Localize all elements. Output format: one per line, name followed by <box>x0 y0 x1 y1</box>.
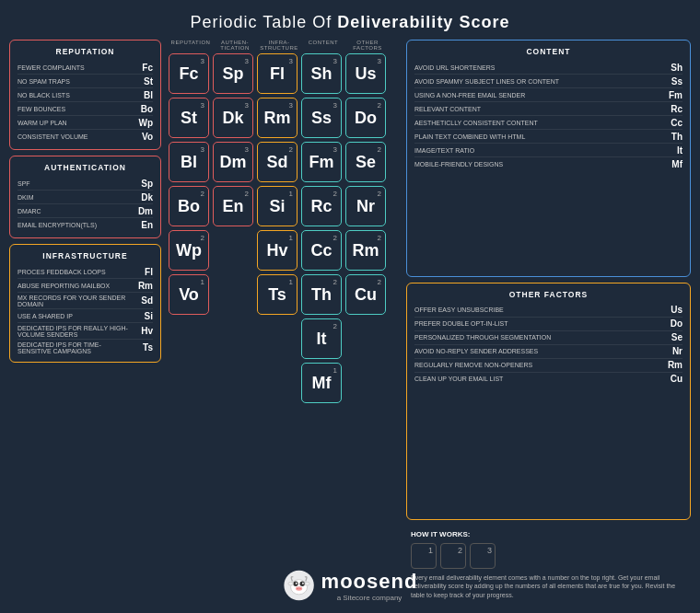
cell-score: 3 <box>245 145 249 154</box>
infrastructure-box: INFRASTRUCTURE PROCES FEDDBACK LOOPSFlAB… <box>9 244 161 363</box>
periodic-cell[interactable]: 1 Hv <box>257 230 298 271</box>
row-abbr: Rm <box>133 281 153 291</box>
grid-row: 2 Bo 2 En 1 Si 2 Rc 2 Nr <box>169 186 399 226</box>
cell-symbol: Nr <box>356 198 375 214</box>
cell-symbol: Fm <box>309 154 334 170</box>
periodic-cell[interactable]: 3 Fc <box>169 53 209 94</box>
col-header-infrastructure: INFRA-STRUCTURE <box>259 40 299 51</box>
periodic-cell[interactable]: 2 Rc <box>301 186 342 226</box>
cell-score: 1 <box>333 366 337 375</box>
periodic-cell[interactable]: 2 Cu <box>345 274 386 315</box>
info-row: OFFER EASY UNSUBSCRIBEUs <box>414 304 682 318</box>
info-row: AVOID URL SHORTENERSSh <box>414 61 682 75</box>
score-boxes: 123 <box>411 543 686 569</box>
svg-point-10 <box>305 582 309 585</box>
periodic-cell <box>257 318 298 359</box>
periodic-cell[interactable]: 2 Nr <box>345 186 386 226</box>
row-label: NO SPAM TRAPS <box>18 78 133 85</box>
row-abbr: Cu <box>662 374 682 384</box>
periodic-cell[interactable]: 2 It <box>301 318 342 359</box>
periodic-cell[interactable]: 3 Ss <box>301 98 342 138</box>
periodic-cell[interactable]: 2 En <box>213 186 253 226</box>
row-abbr: Se <box>662 332 682 342</box>
periodic-cell[interactable]: 1 Si <box>257 186 298 226</box>
periodic-cell[interactable]: 1 Ts <box>257 274 298 315</box>
cell-symbol: Sh <box>310 65 332 82</box>
periodic-cell[interactable]: 3 Dm <box>213 142 253 182</box>
cell-score: 1 <box>289 190 293 198</box>
row-label: AVOID URL SHORTENERS <box>414 64 662 71</box>
periodic-cell[interactable]: 3 Dk <box>213 98 253 138</box>
cell-symbol: Dm <box>219 154 246 170</box>
periodic-cell[interactable]: 2 Se <box>345 142 386 182</box>
cell-score: 1 <box>289 278 293 286</box>
cell-symbol: Wp <box>176 242 202 259</box>
periodic-cell[interactable]: 2 Th <box>301 274 342 315</box>
reputation-title: REPUTATION <box>18 47 153 56</box>
cell-score: 2 <box>333 322 337 330</box>
info-row: USE A SHARED IPSi <box>18 309 153 323</box>
reputation-box: REPUTATION FEWER COMPLAINTSFcNO SPAM TRA… <box>9 40 161 150</box>
periodic-cell[interactable]: 3 Rm <box>257 98 298 138</box>
row-abbr: Rm <box>662 360 682 370</box>
cell-score: 3 <box>378 57 381 65</box>
cell-symbol: St <box>181 110 197 126</box>
periodic-cell[interactable]: 3 Sh <box>301 53 342 94</box>
row-abbr: Bo <box>133 104 153 114</box>
row-abbr: Do <box>662 318 682 329</box>
row-abbr: Sh <box>662 63 682 73</box>
cell-symbol: En <box>222 198 243 214</box>
periodic-cell[interactable]: 3 Bl <box>169 142 209 182</box>
periodic-cell[interactable]: 2 Bo <box>169 186 209 226</box>
score-box: 1 <box>411 543 437 569</box>
row-abbr: Dm <box>133 206 153 216</box>
row-label: AVOID NO-REPLY SENDER ADDRESSES <box>414 348 662 354</box>
cell-score: 3 <box>333 57 337 65</box>
cell-symbol: Si <box>269 198 285 214</box>
periodic-cell[interactable]: 3 Sp <box>213 53 253 94</box>
row-abbr: It <box>662 145 682 156</box>
row-abbr: Ts <box>133 342 153 353</box>
page-title: Periodic Table Of Deliverability Score <box>0 0 700 40</box>
periodic-cell[interactable]: 1 Vo <box>169 274 209 315</box>
row-label: MX RECORDS FOR YOUR SENDER DOMAIN <box>18 295 133 307</box>
periodic-cell[interactable]: 2 Rm <box>345 230 386 271</box>
periodic-cell[interactable]: 2 Do <box>345 98 386 138</box>
periodic-cell[interactable]: 3 Us <box>345 53 386 94</box>
row-label: REGULARLY REMOVE NON-OPENERS <box>414 362 662 368</box>
cell-score: 2 <box>378 145 381 154</box>
cell-score: 2 <box>378 278 381 286</box>
periodic-cell[interactable]: 3 St <box>169 98 209 138</box>
periodic-cell[interactable]: 2 Sd <box>257 142 298 182</box>
row-abbr: St <box>133 76 153 87</box>
grid-row: 2 It <box>169 318 399 359</box>
cell-score: 2 <box>201 190 204 198</box>
periodic-cell[interactable]: 3 Fm <box>301 142 342 182</box>
svg-point-4 <box>296 583 298 584</box>
row-label: MOBILE-FRIENDLY DESIGNS <box>414 161 662 168</box>
row-label: DEDICATED IPS FOR REALLY HIGH-VOLUME SEN… <box>18 325 133 338</box>
cell-score: 2 <box>245 190 249 198</box>
cell-score: 1 <box>201 278 204 286</box>
info-row: FEW BOUNCESBo <box>18 102 153 116</box>
periodic-cell[interactable]: 2 Cc <box>301 230 342 271</box>
row-abbr: Nr <box>662 346 682 356</box>
cell-symbol: Th <box>311 286 332 303</box>
info-row: DEDICATED IPS FOR TIME-SENSITIVE CAMPAIG… <box>18 340 153 355</box>
svg-point-8 <box>299 588 300 589</box>
row-label: AESTHETICLLY CONSISTENT CONTENT <box>414 120 662 126</box>
info-row: EMAIL ENCRYPTION(TLS)En <box>18 218 153 231</box>
info-row: NO SPAM TRAPSSt <box>18 75 153 88</box>
cell-score: 2 <box>333 278 337 286</box>
grid-row: 3 St 3 Dk 3 Rm 3 Ss 2 Do <box>169 98 399 138</box>
info-row: AVOID SPAMMY SUBJECT LINES OR CONTENTSs <box>414 75 682 88</box>
periodic-cell[interactable]: 2 Wp <box>169 230 209 271</box>
row-label: CONSISTENT VOLUME <box>18 133 133 140</box>
cell-score: 2 <box>333 190 337 198</box>
logo-name: moosend <box>321 570 418 594</box>
row-abbr: Wp <box>133 118 153 128</box>
periodic-cell[interactable]: 1 Mf <box>301 363 342 403</box>
row-label: PROCES FEDDBACK LOOPS <box>18 269 133 275</box>
title-prefix: Periodic Table Of <box>191 13 338 31</box>
periodic-cell[interactable]: 3 Fl <box>257 53 298 94</box>
